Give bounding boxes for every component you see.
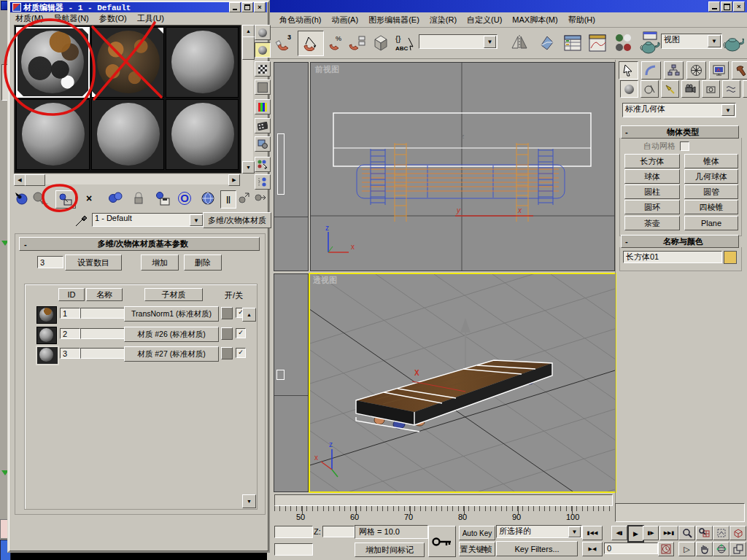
sample-slot-5[interactable] <box>91 99 164 170</box>
slots-scroll-up-button[interactable]: ▲ <box>242 25 255 37</box>
time-configuration-button[interactable] <box>658 542 674 556</box>
primitive-category-dropdown[interactable]: 标准几何体 ▼ <box>622 103 736 117</box>
me-menu-options[interactable]: 参数(O) <box>94 12 132 26</box>
backlight-button[interactable] <box>255 42 271 58</box>
key-filter-dropdown[interactable]: 所选择的 ▼ <box>496 525 582 538</box>
button-teapot[interactable]: 茶壶 <box>624 216 680 230</box>
name-color-rollout-header[interactable]: - 名称与颜色 <box>621 235 739 248</box>
submaterial-color-3[interactable] <box>221 347 233 359</box>
submaterial-color-2[interactable] <box>221 327 233 340</box>
video-color-check-button[interactable] <box>255 99 271 114</box>
x-coord-field-clipped[interactable] <box>274 526 313 538</box>
sort-by-id-button[interactable]: ID <box>58 288 85 301</box>
button-plane[interactable]: Plane <box>684 216 738 230</box>
play-button[interactable]: ▶ <box>627 525 644 542</box>
close-button[interactable]: × <box>733 1 745 12</box>
snap-percent-button[interactable]: % <box>327 32 346 54</box>
auto-key-button[interactable]: Auto Key <box>459 526 495 540</box>
menu-render[interactable]: 渲染(R) <box>425 13 462 27</box>
sample-slot-3[interactable] <box>166 27 239 98</box>
named-selection-dropdown-arrow[interactable]: ▼ <box>484 36 496 48</box>
render-setup-button[interactable] <box>638 31 661 55</box>
menu-animation[interactable]: 动画(A) <box>326 13 363 27</box>
sample-slot-2[interactable] <box>91 27 164 98</box>
category-helpers[interactable] <box>702 80 720 98</box>
timeline-ruler[interactable]: 50 60 70 80 90 100 <box>274 506 613 523</box>
sample-slot-4[interactable] <box>16 99 90 170</box>
quick-render-button[interactable] <box>722 32 744 55</box>
me-minimize-button[interactable] <box>229 2 241 12</box>
button-pyramid[interactable]: 四棱锥 <box>684 200 738 214</box>
submaterial-button-2[interactable]: 材质 #26 (标准材质) <box>124 327 219 342</box>
add-button[interactable]: 增加 <box>141 254 179 271</box>
button-torus[interactable]: 圆环 <box>624 200 680 214</box>
options-button[interactable] <box>255 136 271 152</box>
pan-button[interactable] <box>696 542 713 556</box>
submaterial-thumbnail-3-selected[interactable] <box>36 346 59 365</box>
front-viewport-label[interactable]: 前视图 <box>315 64 339 75</box>
render-type-dropdown-arrow[interactable]: ▼ <box>708 35 721 47</box>
slots-scroll-right-button[interactable]: ▶ <box>228 174 240 186</box>
category-systems[interactable] <box>743 80 747 98</box>
render-type-dropdown[interactable]: 视图 ▼ <box>661 34 722 49</box>
id-field-3[interactable] <box>60 348 80 359</box>
perspective-viewport-label[interactable]: 透视图 <box>313 275 337 286</box>
name-field-2[interactable] <box>80 328 125 339</box>
zoom-extents-all-button[interactable] <box>729 526 746 540</box>
menu-graph-editor[interactable]: 图形编辑器(E) <box>363 13 425 27</box>
submaterial-button-1[interactable]: TransNorm1 (标准材质) <box>124 306 219 322</box>
key-filters-button[interactable]: Key Filters... <box>496 541 578 556</box>
viewport-top-left-strip[interactable] <box>274 62 309 271</box>
button-tube[interactable]: 圆管 <box>684 184 738 199</box>
zoom-all-button[interactable] <box>696 526 713 540</box>
layer-manager-button[interactable] <box>562 32 584 54</box>
go-to-parent-button[interactable] <box>238 191 252 206</box>
sample-type-button[interactable] <box>255 25 271 40</box>
key-filter-arrow[interactable]: ▼ <box>568 526 581 537</box>
make-unique-button[interactable] <box>131 191 146 206</box>
button-cylinder[interactable]: 圆柱 <box>624 184 680 199</box>
field-of-view-button[interactable]: ▷ <box>678 542 695 556</box>
viewport-front[interactable]: z <box>310 62 615 271</box>
schematic-view-button[interactable] <box>613 31 633 55</box>
arc-rotate-button[interactable] <box>713 542 729 556</box>
next-frame-button[interactable]: ▮▶ <box>643 526 659 540</box>
snap-angle-button[interactable] <box>298 31 324 56</box>
slots-vertical-scrollbar[interactable]: ▲ ▼ <box>242 25 253 174</box>
menu-help[interactable]: 帮助(H) <box>563 13 600 27</box>
menu-maxscript[interactable]: MAX脚本(M) <box>507 13 562 27</box>
me-close-button[interactable]: × <box>254 2 266 12</box>
put-to-library-button[interactable] <box>155 191 171 206</box>
category-spacewarps[interactable] <box>722 80 740 98</box>
list-scroll-up-button[interactable]: ▲ <box>242 308 256 322</box>
submaterial-color-1[interactable] <box>221 307 233 319</box>
submaterial-thumbnail-1[interactable] <box>36 306 57 324</box>
uv-tiling-button[interactable] <box>255 79 271 95</box>
select-by-material-button[interactable] <box>255 157 271 172</box>
viewport-bottom-left-strip[interactable] <box>274 273 309 492</box>
material-name-arrow[interactable]: ▼ <box>190 214 203 226</box>
list-scroll-down-button[interactable]: ▼ <box>242 494 256 508</box>
me-menu-utilities[interactable]: 工具(U) <box>132 12 169 26</box>
set-number-button[interactable]: 设置数目 <box>65 254 122 271</box>
pick-material-button[interactable] <box>74 213 89 228</box>
button-box[interactable]: 长方体 <box>624 154 680 168</box>
slots-horizontal-scrollbar[interactable]: ◀ ▶ <box>14 174 240 184</box>
zoom-extents-button[interactable] <box>713 526 729 540</box>
named-selection-icon-button[interactable] <box>371 32 391 54</box>
snap-3d-button[interactable]: 3 <box>273 32 295 54</box>
object-color-swatch[interactable] <box>724 251 737 264</box>
add-time-tag-button[interactable]: 增加时间标记 <box>355 542 425 557</box>
go-to-end-button[interactable]: ▶▶▮ <box>659 526 678 540</box>
button-cone[interactable]: 锥体 <box>684 154 738 168</box>
slots-scroll-thumb[interactable] <box>242 36 255 60</box>
restore-button[interactable] <box>721 1 732 12</box>
get-material-button[interactable] <box>13 191 29 206</box>
curve-editor-button[interactable] <box>587 32 608 54</box>
set-keys-button[interactable] <box>428 526 456 557</box>
make-preview-button[interactable] <box>255 118 271 133</box>
autogrid-checkbox[interactable] <box>680 141 689 151</box>
id-field-1[interactable] <box>60 308 80 319</box>
previous-frame-button[interactable]: ◀▮ <box>611 526 627 540</box>
z-coord-field[interactable] <box>322 526 355 537</box>
